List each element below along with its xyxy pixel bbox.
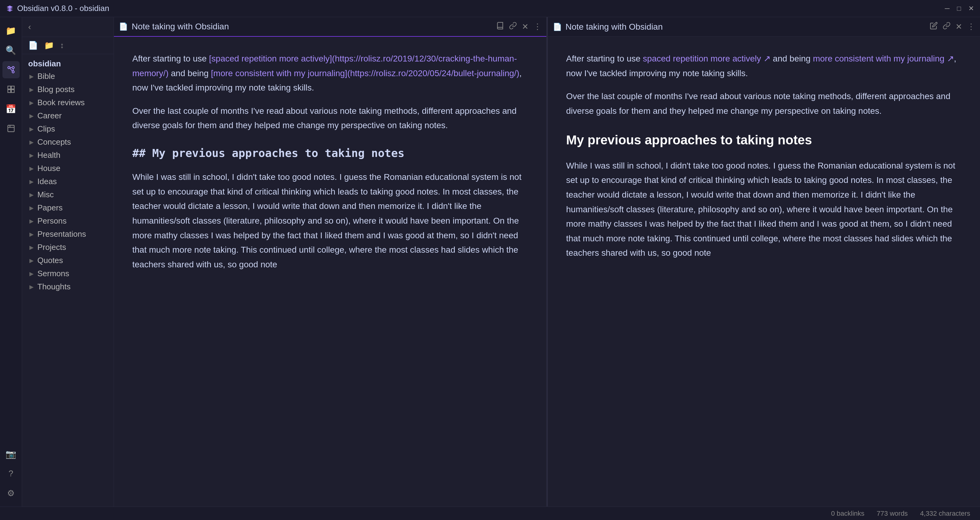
sidebar-item-persons[interactable]: ▶ Persons [23,214,112,228]
sidebar-item-label: Thoughts [37,282,70,292]
edit-button[interactable] [930,22,938,32]
activity-graph[interactable] [2,61,20,78]
chevron-right-icon: ▶ [29,244,34,251]
sidebar-item-presentations[interactable]: ▶ Presentations [23,228,112,241]
sidebar-item-sermons[interactable]: ▶ Sermons [23,267,112,280]
right-editor-pane: 📄 Note taking with Obsidian [548,17,980,507]
activity-calendar[interactable]: 📅 [2,100,20,117]
sidebar-item-label: Presentations [37,230,86,239]
right-link-button[interactable] [943,22,951,32]
chevron-right-icon: ▶ [29,205,34,211]
sidebar-item-label: Misc [37,190,54,200]
sidebar-item-clips[interactable]: ▶ Clips [23,122,112,135]
chevron-right-icon: ▶ [29,100,34,106]
left-editor-pane: 📄 Note taking with Obsidian ✕ [114,17,547,507]
activity-tags[interactable] [2,81,20,98]
right-close-button[interactable]: ✕ [956,22,962,32]
reading-mode-button[interactable] [496,22,504,32]
left-more-button[interactable]: ⋮ [533,22,541,32]
sidebar-item-thoughts[interactable]: ▶ Thoughts [23,280,112,293]
activity-folder[interactable]: 📁 [2,22,20,39]
close-button[interactable]: ✕ [968,5,974,13]
sidebar-item-blog-posts[interactable]: ▶ Blog posts [23,83,112,96]
sidebar-item-label: Bible [37,71,55,81]
vault-name: obsidian [22,57,114,70]
sidebar-item-projects[interactable]: ▶ Projects [23,241,112,254]
svg-rect-9 [11,90,14,92]
left-tab-bar: 📄 Note taking with Obsidian ✕ [114,17,546,37]
right-tab-bar: 📄 Note taking with Obsidian [548,17,980,37]
sidebar-item-label: Ideas [37,177,57,186]
activity-search[interactable]: 🔍 [2,41,20,59]
chevron-right-icon: ▶ [29,73,34,80]
right-para1: After starting to use spaced repetition … [566,51,962,81]
link-button[interactable] [509,22,517,32]
sidebar-item-label: Papers [37,203,62,212]
sidebar-item-label: Book reviews [37,98,85,107]
sidebar-item-concepts[interactable]: ▶ Concepts [23,135,112,149]
svg-rect-7 [11,86,14,89]
editor-area: 📄 Note taking with Obsidian ✕ [114,17,980,507]
chevron-right-icon: ▶ [29,270,34,277]
sidebar-item-label: Clips [37,124,55,134]
chevron-right-icon: ▶ [29,192,34,198]
activity-settings[interactable]: ⚙ [2,485,20,502]
chevron-right-icon: ▶ [29,86,34,93]
sidebar-item-label: House [37,164,60,173]
right-para3: While I was still in school, I didn't ta… [566,159,962,260]
sidebar-item-ideas[interactable]: ▶ Ideas [23,175,112,188]
activity-template[interactable] [2,120,20,137]
right-link2[interactable]: more consistent with my journaling ↗ [813,54,954,63]
maximize-button[interactable]: □ [957,5,961,13]
right-editor-content[interactable]: After starting to use spaced repetition … [548,37,980,507]
chevron-right-icon: ▶ [29,126,34,132]
left-tab-icon: 📄 [119,22,128,31]
right-more-button[interactable]: ⋮ [967,22,975,32]
titlebar-left: Obsidian v0.8.0 - obsidian [6,4,109,13]
svg-point-2 [12,67,14,69]
sidebar-item-label: Concepts [37,137,71,147]
sidebar-back-icon[interactable]: ‹ [28,22,31,32]
left-close-button[interactable]: ✕ [522,22,528,32]
sort-icon[interactable]: ↕ [60,41,64,50]
left-link2[interactable]: [more consistent with my journaling](htt… [211,68,519,78]
sidebar-item-misc[interactable]: ▶ Misc [23,188,112,201]
chevron-right-icon: ▶ [29,284,34,290]
left-para3: While I was still in school, I didn't ta… [132,170,528,272]
activity-camera[interactable]: 📷 [2,445,20,463]
sidebar-item-quotes[interactable]: ▶ Quotes [23,254,112,267]
right-para2: Over the last couple of months I've read… [566,89,962,118]
sidebar-item-health[interactable]: ▶ Health [23,149,112,162]
svg-rect-8 [8,90,10,92]
titlebar: Obsidian v0.8.0 - obsidian ─ □ ✕ [0,0,980,17]
sidebar-item-label: Sermons [37,269,69,278]
left-tab-title: Note taking with Obsidian [132,22,496,32]
svg-rect-6 [8,86,10,89]
sidebar-item-book-reviews[interactable]: ▶ Book reviews [23,96,112,109]
right-tab-icon: 📄 [553,23,562,31]
right-link1[interactable]: spaced repetition more actively ↗ [643,54,770,63]
characters-status: 4,332 characters [920,510,970,518]
sidebar-item-label: Persons [37,216,67,226]
sidebar-item-papers[interactable]: ▶ Papers [23,201,112,214]
new-folder-icon[interactable]: 📁 [44,41,54,50]
right-tab-title: Note taking with Obsidian [566,22,930,32]
sidebar-toolbar: 📄 📁 ↕ [22,37,114,54]
activity-help[interactable]: ? [2,465,20,482]
right-tab-actions: ✕ ⋮ [930,22,975,32]
chevron-right-icon: ▶ [29,178,34,185]
sidebar-item-house[interactable]: ▶ House [23,162,112,175]
new-note-icon[interactable]: 📄 [28,41,38,50]
left-editor-content[interactable]: After starting to use [spaced repetition… [114,37,546,507]
sidebar-item-label: Blog posts [37,85,75,94]
sidebar-item-career[interactable]: ▶ Career [23,109,112,122]
activity-bar: 📁 🔍 📅 📷 ? ⚙ [0,17,22,507]
left-para2: Over the last couple of months I've read… [132,104,528,133]
sidebar-header: ‹ [22,17,114,37]
sidebar-item-label: Projects [37,243,66,252]
sidebar-content: obsidian ▶ Bible ▶ Blog posts ▶ Book rev… [22,54,114,507]
backlinks-status: 0 backlinks [831,510,865,518]
sidebar-item-bible[interactable]: ▶ Bible [23,70,112,83]
minimize-button[interactable]: ─ [945,5,950,13]
app-title: Obsidian v0.8.0 - obsidian [17,4,109,13]
